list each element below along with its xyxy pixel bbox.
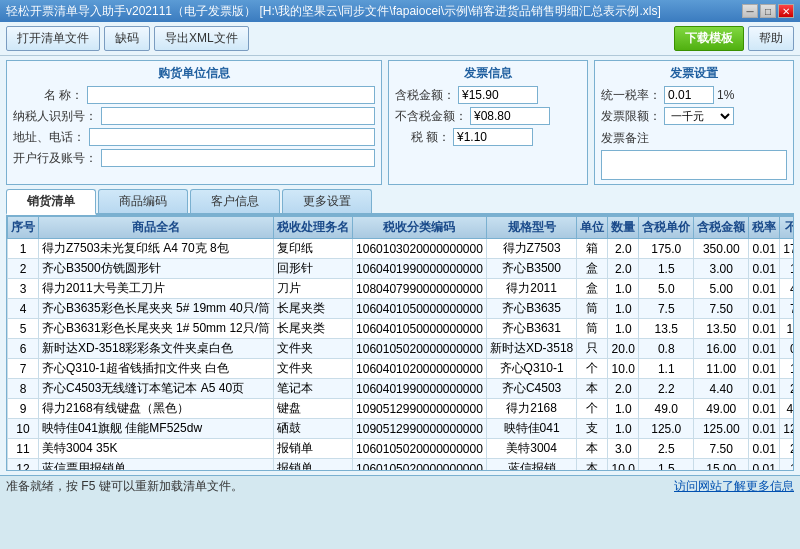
col-excl-price: 不含税单价 (780, 217, 794, 239)
download-template-button[interactable]: 下载模板 (674, 26, 744, 51)
table-cell: 2.0 (608, 379, 639, 399)
taxid-input[interactable] (101, 107, 375, 125)
table-cell: 12 (8, 459, 39, 472)
col-tax-code: 税收分类编码 (353, 217, 487, 239)
table-cell: 得力2011 (486, 279, 576, 299)
minimize-button[interactable]: ─ (742, 4, 758, 18)
table-cell: 齐心B3631彩色长尾夹夹 1# 50mm 12只/筒 (39, 319, 274, 339)
table-cell: 长尾夹类 (274, 319, 353, 339)
table-cell: 1060105020000000000 (353, 459, 487, 472)
website-link[interactable]: 访问网站了解更多信息 (674, 478, 794, 495)
table-cell: 2.475248 (780, 439, 794, 459)
table-cell: 1.0 (608, 419, 639, 439)
table-cell: 4.40 (694, 379, 749, 399)
table-cell: 美特3004 (486, 439, 576, 459)
window-controls: ─ □ ✕ (742, 4, 794, 18)
table-cell: 1.1 (639, 359, 694, 379)
main-content: 购货单位信息 名 称： 纳税人识别号： 地址、电话： 开户行及账号： 发票信息 (0, 56, 800, 475)
invoice-info-panel: 发票信息 含税金额： 不含税金额： 税 额： (388, 60, 588, 185)
table-cell: 2.0 (608, 259, 639, 279)
table-cell: 13.50 (694, 319, 749, 339)
excl-tax-input[interactable] (470, 107, 550, 125)
table-body: 1得力Z7503未光复印纸 A4 70克 8包复印纸10601030200000… (8, 239, 795, 472)
table-cell: 11 (8, 439, 39, 459)
table-cell: 齐心B3635彩色长尾夹夹 5# 19mm 40只/筒 (39, 299, 274, 319)
table-cell: 1060401020000000000 (353, 359, 487, 379)
table-cell: 125.0 (639, 419, 694, 439)
table-cell: 齐心C4503无线缝订本笔记本 A5 40页 (39, 379, 274, 399)
purchase-info-panel: 购货单位信息 名 称： 纳税人识别号： 地址、电话： 开户行及账号： (6, 60, 382, 185)
table-cell: 本 (577, 459, 608, 472)
table-cell: 10.0 (608, 359, 639, 379)
open-file-button[interactable]: 打开清单文件 (6, 26, 100, 51)
status-text: 准备就绪，按 F5 键可以重新加载清单文件。 (6, 478, 243, 495)
bank-input[interactable] (101, 149, 375, 167)
table-cell: 1.5 (639, 259, 694, 279)
table-cell: 文件夹 (274, 339, 353, 359)
table-cell: 1080407990000000000 (353, 279, 487, 299)
name-input[interactable] (87, 86, 375, 104)
table-cell: 350.00 (694, 239, 749, 259)
main-table-container[interactable]: 序号 商品全名 税收处理务名 税收分类编码 规格型号 单位 数量 含税单价 含税… (6, 215, 794, 471)
table-cell: 4.950495 (780, 279, 794, 299)
table-row: 6新时达XD-3518彩彩条文件夹桌白色文件夹10601050200000000… (8, 339, 795, 359)
table-cell: 本 (577, 379, 608, 399)
table-cell: 得力Z7503 (486, 239, 576, 259)
rate-input[interactable] (664, 86, 714, 104)
tab-sales[interactable]: 销货清单 (6, 189, 96, 215)
tab-goods[interactable]: 商品编码 (98, 189, 188, 213)
table-cell: 2.5 (639, 439, 694, 459)
table-cell: 2 (8, 259, 39, 279)
tab-customer[interactable]: 客户信息 (190, 189, 280, 213)
table-cell: 5.00 (694, 279, 749, 299)
table-cell: 173.267327 (780, 239, 794, 259)
table-cell: 蓝信报销 (486, 459, 576, 472)
col-incl-amount: 含税金额 (694, 217, 749, 239)
address-input[interactable] (89, 128, 375, 146)
export-xml-button[interactable]: 导出XML文件 (154, 26, 249, 51)
table-cell: 15.00 (694, 459, 749, 472)
table-cell: 0.01 (749, 379, 780, 399)
table-cell: 报销单 (274, 459, 353, 472)
limit-select[interactable]: 一百元 一千元 一万元 十万元 (664, 107, 734, 125)
invoice-info-title: 发票信息 (395, 65, 581, 82)
clear-code-button[interactable]: 缺码 (104, 26, 150, 51)
table-cell: 齐心B3500 (486, 259, 576, 279)
table-cell: 2.2 (639, 379, 694, 399)
table-cell: 齐心Q310-1 (486, 359, 576, 379)
col-name: 商品全名 (39, 217, 274, 239)
table-cell: 1060401050000000000 (353, 319, 487, 339)
col-incl-price: 含税单价 (639, 217, 694, 239)
invoice-settings-title: 发票设置 (601, 65, 787, 82)
maximize-button[interactable]: □ (760, 4, 776, 18)
table-row: 4齐心B3635彩色长尾夹夹 5# 19mm 40只/筒长尾夹类10604010… (8, 299, 795, 319)
close-button[interactable]: ✕ (778, 4, 794, 18)
incl-tax-input[interactable] (458, 86, 538, 104)
invoice-settings-panel: 发票设置 统一税率： 1% 发票限额： 一百元 一千元 一万元 十万元 发票 (594, 60, 794, 185)
table-row: 1得力Z7503未光复印纸 A4 70克 8包复印纸10601030200000… (8, 239, 795, 259)
table-row: 10映特佳041旗舰 佳能MF525dw硒鼓109051299000000000… (8, 419, 795, 439)
table-cell: 盒 (577, 279, 608, 299)
table-cell: 1060401990000000000 (353, 379, 487, 399)
help-button[interactable]: 帮助 (748, 26, 794, 51)
table-cell: 3.0 (608, 439, 639, 459)
info-row: 购货单位信息 名 称： 纳税人识别号： 地址、电话： 开户行及账号： 发票信息 (6, 60, 794, 185)
table-cell: 49.0 (639, 399, 694, 419)
remark-textarea[interactable] (601, 150, 787, 180)
title-text: 轻松开票清单导入助手v202111（电子发票版） [H:\我的坚果云\同步文件\… (6, 3, 742, 20)
table-cell: 0.01 (749, 279, 780, 299)
table-cell: 新时达XD-3518 (486, 339, 576, 359)
tab-settings[interactable]: 更多设置 (282, 189, 372, 213)
table-cell: 1060105020000000000 (353, 439, 487, 459)
table-cell: 刀片 (274, 279, 353, 299)
table-cell: 齐心B3500仿铣圆形针 (39, 259, 274, 279)
table-cell: 0.01 (749, 339, 780, 359)
tax-input[interactable] (453, 128, 533, 146)
table-cell: 5.0 (639, 279, 694, 299)
remark-label: 发票备注 (601, 130, 787, 147)
table-cell: 箱 (577, 239, 608, 259)
address-label: 地址、电话： (13, 129, 85, 146)
table-cell: 0.01 (749, 259, 780, 279)
table-cell: 本 (577, 439, 608, 459)
table-cell: 得力2168有线键盘（黑色） (39, 399, 274, 419)
